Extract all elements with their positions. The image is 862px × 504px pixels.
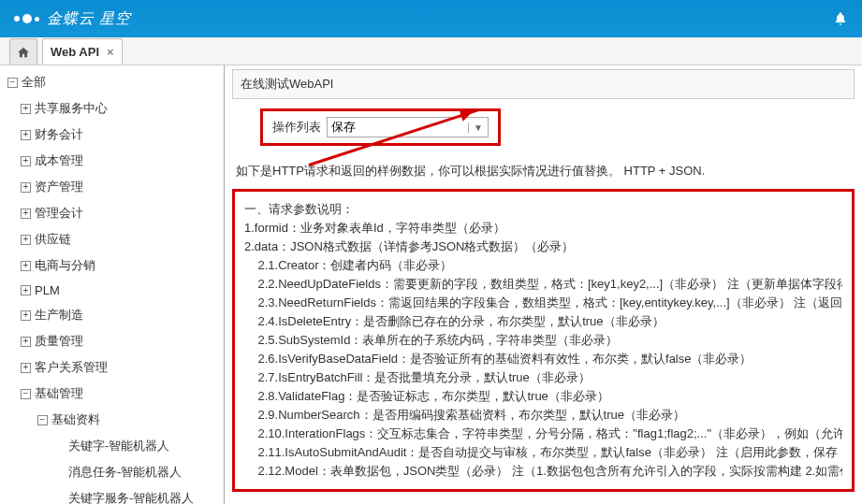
param-line: 1.formid：业务对象表单Id，字符串类型（必录） — [244, 220, 842, 237]
tree-label: 基础资料 — [51, 411, 100, 428]
description: 如下是HTTP请求和返回的样例数据，你可以根据实际情况进行值替换。 HTTP +… — [236, 163, 858, 180]
tree-label: 管理会计 — [35, 205, 83, 222]
param-line: 2.11.IsAutoSubmitAndAudit：是否自动提交与审核，布尔类型… — [244, 444, 842, 461]
expand-icon[interactable]: + — [21, 104, 31, 114]
tab-webapi[interactable]: Web API × — [42, 38, 123, 65]
tree-label: PLM — [35, 283, 60, 297]
param-line: 2.8.ValidateFlag：是否验证标志，布尔类型，默认true（非必录） — [244, 388, 842, 405]
param-line: 2.10.InterationFlags：交互标志集合，字符串类型，分号分隔，格… — [244, 425, 842, 442]
tree-label: 共享服务中心 — [35, 100, 108, 117]
expand-icon[interactable]: + — [21, 209, 31, 219]
tree-label: 消息任务-智能机器人 — [68, 464, 182, 481]
tree-label: 基础管理 — [35, 385, 83, 402]
tree-item[interactable]: +PLM — [0, 279, 224, 302]
params-title: 一、请求参数说明： — [244, 201, 842, 218]
expand-icon[interactable]: + — [21, 285, 31, 295]
home-icon — [17, 46, 30, 59]
tree-item[interactable]: +资产管理 — [0, 174, 224, 200]
param-line: 2.12.Model：表单数据包，JSON类型（必录） 注（1.数据包包含所有允… — [244, 463, 842, 480]
tree-label: 供应链 — [35, 231, 71, 248]
tree-item[interactable]: +成本管理 — [0, 148, 224, 174]
home-tab[interactable] — [9, 38, 37, 65]
close-icon[interactable]: × — [107, 45, 114, 59]
param-line: 2.4.IsDeleteEntry：是否删除已存在的分录，布尔类型，默认true… — [244, 313, 842, 330]
tree-item[interactable]: +电商与分销 — [0, 252, 224, 279]
expand-icon[interactable]: + — [21, 182, 31, 193]
bell-icon[interactable] — [833, 10, 848, 27]
tree-leaf[interactable]: 关键字服务-智能机器人 — [0, 485, 224, 504]
expand-icon[interactable]: + — [21, 363, 31, 373]
expand-icon[interactable]: + — [21, 235, 31, 245]
tree-leaf[interactable]: 关键字-智能机器人 — [0, 433, 224, 459]
tabbar: Web API × — [0, 37, 862, 65]
param-line: 2.7.IsEntryBatchFill：是否批量填充分录，默认true（非必录… — [244, 369, 842, 386]
params-box: 一、请求参数说明： 1.formid：业务对象表单Id，字符串类型（必录）2.d… — [232, 189, 855, 492]
collapse-icon[interactable]: − — [21, 389, 31, 399]
tab-label: Web API — [51, 45, 99, 59]
tree-base-data[interactable]: − 基础资料 — [0, 407, 224, 433]
tree-label: 关键字服务-智能机器人 — [68, 490, 194, 504]
param-line: 2.1.Creator：创建者内码（非必录） — [244, 257, 842, 274]
tree-item[interactable]: +生产制造 — [0, 302, 224, 328]
param-line: 2.5.SubSystemId：表单所在的子系统内码，字符串类型（非必录） — [244, 332, 842, 349]
expand-icon[interactable]: + — [21, 310, 31, 321]
param-line: 2.3.NeedReturnFields：需返回结果的字段集合，数组类型，格式：… — [244, 295, 842, 311]
tree-label: 质量管理 — [35, 333, 83, 350]
tree-label: 成本管理 — [35, 152, 83, 169]
tree-label: 电商与分销 — [35, 257, 95, 274]
expand-icon[interactable]: + — [21, 156, 31, 166]
expand-icon[interactable]: + — [21, 337, 31, 347]
page-title: 在线测试WebAPI — [232, 69, 855, 99]
logo: 金蝶云 星空 — [14, 9, 131, 29]
collapse-icon[interactable]: − — [7, 78, 18, 88]
tree-item[interactable]: +供应链 — [0, 226, 224, 252]
brand-text: 金蝶云 星空 — [47, 9, 131, 29]
tree-label: 全部 — [22, 74, 46, 91]
param-line: 2.9.NumberSearch：是否用编码搜索基础资料，布尔类型，默认true… — [244, 407, 842, 424]
param-line: 2.2.NeedUpDateFields：需要更新的字段，数组类型，格式：[ke… — [244, 276, 842, 293]
tree-leaf[interactable]: 消息任务-智能机器人 — [0, 459, 224, 485]
tree-label: 客户关系管理 — [35, 359, 108, 376]
expand-icon[interactable]: + — [21, 261, 31, 271]
collapse-icon[interactable]: − — [37, 415, 48, 425]
tree-item[interactable]: +管理会计 — [0, 200, 224, 226]
tree-label: 生产制造 — [35, 307, 83, 324]
tree-item[interactable]: +共享服务中心 — [0, 95, 224, 122]
param-line: 2.data：JSON格式数据（详情参考JSON格式数据）（必录） — [244, 238, 842, 255]
tree-base-mgmt[interactable]: − 基础管理 — [0, 381, 224, 407]
content: 在线测试WebAPI 操作列表 ▼ 如下是HTTP请求和返回的样例数据，你可以根… — [225, 65, 862, 504]
tree-root[interactable]: − 全部 — [0, 69, 224, 95]
operation-label: 操作列表 — [272, 119, 321, 136]
tree-label: 财务会计 — [35, 126, 83, 143]
tree-label: 关键字-智能机器人 — [68, 438, 169, 454]
param-line: 2.6.IsVerifyBaseDataField：是否验证所有的基础资料有效性… — [244, 351, 842, 367]
tree-label: 资产管理 — [35, 179, 83, 195]
tree-item[interactable]: +财务会计 — [0, 122, 224, 148]
sidebar: − 全部 +共享服务中心+财务会计+成本管理+资产管理+管理会计+供应链+电商与… — [0, 65, 225, 504]
expand-icon[interactable]: + — [21, 130, 31, 140]
tree-item[interactable]: +客户关系管理 — [0, 354, 224, 381]
chevron-down-icon[interactable]: ▼ — [468, 122, 488, 133]
tree-item[interactable]: +质量管理 — [0, 328, 224, 354]
app-header: 金蝶云 星空 — [0, 0, 862, 37]
